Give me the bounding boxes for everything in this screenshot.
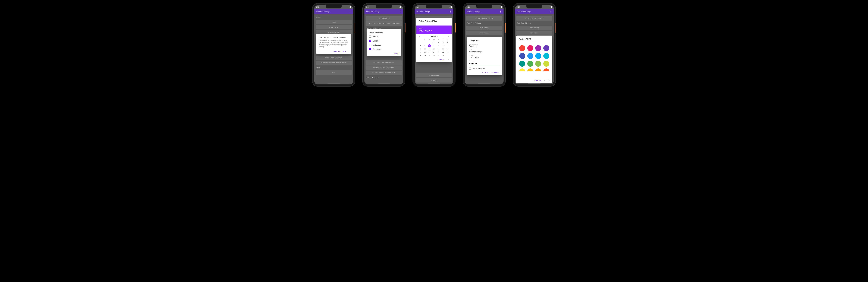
choose-button[interactable]: CHOOSE (392, 52, 399, 54)
app-bar: Material Dialogs ⋮ (515, 9, 554, 14)
next-month-button[interactable]: › (448, 36, 449, 38)
year-label[interactable]: 2019 (419, 27, 449, 29)
calendar-day[interactable]: 12 (418, 48, 423, 50)
color-swatch[interactable] (519, 53, 525, 59)
color-swatch[interactable] (519, 68, 525, 71)
color-swatch[interactable] (527, 45, 533, 51)
bg-btn-basic[interactable]: BASIC (316, 20, 351, 24)
bg-btn-time-picker[interactable]: TIME PICKER (466, 31, 502, 35)
agree-button[interactable]: AGREE (343, 50, 349, 52)
date-label[interactable]: Tue, May 7 (419, 29, 449, 32)
bg-btn-date-picker[interactable]: DATE PICKER (517, 26, 552, 30)
checkbox[interactable] (369, 48, 371, 50)
checkbox[interactable] (369, 44, 371, 46)
color-swatch[interactable] (535, 68, 541, 71)
disagree-button[interactable]: DISAGREE (332, 50, 341, 52)
color-swatch[interactable] (543, 68, 549, 71)
bg-btn-basic-checkbox[interactable]: BASIC + TITLE + CHECKBOX + BUTTONS (316, 61, 351, 65)
bg-btn-folder-filter[interactable]: FOLDER CHOOSER + FILTER (517, 16, 552, 21)
cancel-button[interactable]: CANCEL (438, 59, 444, 61)
calendar-day[interactable]: 11 (445, 44, 450, 47)
connect-button[interactable]: CONNECT (491, 72, 500, 74)
bg-btn-item-list[interactable]: ITEM LIST (416, 78, 452, 82)
password-input[interactable] (469, 62, 499, 65)
color-swatch[interactable] (527, 68, 533, 71)
bg-btn-list[interactable]: LIST (316, 70, 351, 75)
calendar-day[interactable]: 24 (441, 51, 445, 54)
overflow-menu-icon[interactable]: ⋮ (349, 11, 351, 12)
calendar-day[interactable]: 3 (441, 41, 445, 44)
bg-btn-multi-disabled[interactable]: MULTIPLE CHOICE, DISABLED ITEMS (366, 71, 402, 75)
show-password-checkbox[interactable] (469, 68, 471, 70)
prev-month-button[interactable]: ‹ (419, 36, 420, 38)
calendar-day[interactable]: 15 (432, 48, 436, 50)
calendar-day[interactable]: 18 (445, 48, 450, 50)
confirm-dialog: Use Google's Location Services? Let Goog… (316, 34, 351, 54)
calendar-day[interactable]: 2 (436, 41, 441, 44)
calendar-day[interactable]: 7 (427, 44, 432, 47)
checkbox[interactable] (369, 36, 371, 38)
color-swatch[interactable] (543, 61, 549, 67)
color-swatch[interactable] (519, 61, 525, 67)
calendar-day[interactable]: 29 (432, 55, 436, 57)
calendar-day[interactable]: 23 (436, 51, 441, 54)
color-swatch[interactable] (527, 61, 533, 67)
section-lists: Lists (316, 66, 351, 69)
overflow-menu-icon[interactable]: ⋮ (550, 11, 552, 12)
select-button[interactable]: SELECT (544, 79, 550, 81)
color-swatch[interactable] (535, 53, 541, 59)
ok-button[interactable]: OK (447, 59, 450, 61)
dialog-title: Select Date and Time (416, 18, 452, 23)
overflow-menu-icon[interactable]: ⋮ (499, 11, 502, 12)
calendar-day[interactable]: 6 (423, 44, 427, 47)
calendar-day[interactable]: 22 (432, 51, 436, 54)
calendar-day[interactable]: 27 (423, 55, 427, 57)
calendar-day[interactable]: 30 (436, 55, 441, 57)
calendar-day[interactable]: 5 (418, 44, 423, 47)
calendar-day[interactable]: 21 (427, 51, 432, 54)
bg-btn-date-picker[interactable]: DATE PICKER (466, 26, 502, 30)
calendar-day[interactable]: 8 (432, 44, 436, 47)
color-swatch[interactable] (519, 45, 525, 51)
calendar-day[interactable]: 10 (441, 44, 445, 47)
bg-btn-informational[interactable]: INFORMATIONAL (416, 73, 452, 77)
security-value: 802.1x EAP (469, 56, 499, 59)
color-swatch[interactable] (543, 53, 549, 59)
overflow-menu-icon[interactable]: ⋮ (399, 11, 401, 12)
calendar-day[interactable]: 19 (418, 51, 423, 54)
calendar-day[interactable]: 16 (436, 48, 441, 50)
color-swatch[interactable] (543, 45, 549, 51)
bg-btn-folder-filter[interactable]: FOLDER CHOOSER + FILTER (466, 16, 502, 21)
calendar-day (427, 41, 432, 44)
bg-btn-time-picker[interactable]: TIME PICKER (517, 31, 552, 35)
calendar-day[interactable]: 9 (436, 44, 441, 47)
calendar-day[interactable]: 13 (423, 48, 427, 50)
calendar-day[interactable]: 14 (427, 48, 432, 50)
bg-btn-longtitle[interactable]: LIST LONG + TITLE (366, 16, 402, 21)
bg-btn-multi-buttons[interactable]: MULTIPLE CHOICE + BUTTONS (366, 60, 402, 65)
checkbox-row[interactable]: Facebook (367, 47, 401, 51)
calendar-day[interactable]: 4 (445, 41, 450, 44)
cancel-button[interactable]: CANCEL (534, 79, 541, 81)
bg-btn-multi-long[interactable]: MULTIPLE CHOICE, LONG ITEMS (366, 65, 402, 70)
overflow-menu-icon[interactable]: ⋮ (449, 11, 452, 12)
bg-btn-basic-title[interactable]: BASIC + TITLE (316, 25, 351, 29)
checkbox-row[interactable]: Instagram (367, 43, 401, 47)
calendar-grid: SMTWTFS123456789101112131415161718192021… (416, 38, 452, 59)
calendar-day[interactable]: 1 (432, 41, 436, 44)
calendar-day[interactable]: 25 (445, 51, 450, 54)
color-swatch[interactable] (527, 53, 533, 59)
color-swatch[interactable] (535, 45, 541, 51)
bg-btn-checkbox-prompt[interactable]: LIST + TITLE + CHECKBOX PROMPT + BUTTONS (366, 21, 402, 26)
calendar-day[interactable]: 20 (423, 51, 427, 54)
color-swatch[interactable] (535, 61, 541, 67)
calendar-day[interactable]: 31 (441, 55, 445, 57)
calendar-day[interactable]: 17 (441, 48, 445, 50)
cancel-button[interactable]: CANCEL (482, 72, 489, 74)
calendar-day[interactable]: 28 (427, 55, 432, 57)
checkbox[interactable] (369, 40, 371, 42)
checkbox-row[interactable]: Google+ (367, 39, 401, 43)
checkbox-row[interactable]: Twitter (367, 34, 401, 39)
calendar-day[interactable]: 26 (418, 55, 423, 57)
bg-btn-basic-icon[interactable]: BASIC + ICON + BUTTONS (316, 56, 351, 60)
